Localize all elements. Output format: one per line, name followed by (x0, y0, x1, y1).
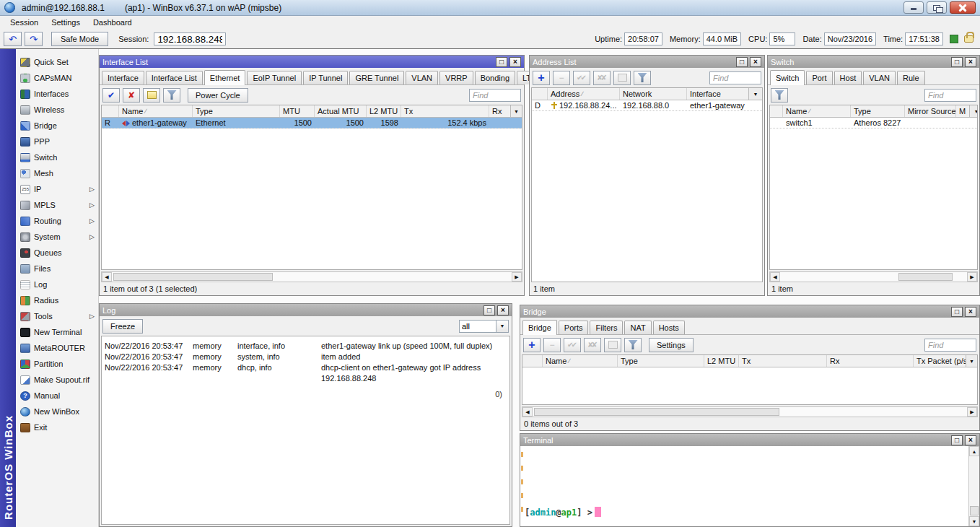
find-input[interactable] (924, 89, 976, 102)
scroll-right-icon[interactable]: ▶ (512, 272, 522, 282)
sidebar-item-routing[interactable]: Routing▷ (16, 213, 98, 229)
power-cycle-button[interactable]: Power Cycle (188, 88, 248, 103)
tab-gre-tunnel[interactable]: GRE Tunnel (349, 71, 404, 84)
session-input[interactable] (154, 32, 226, 45)
comment-button[interactable] (604, 338, 621, 352)
table-row[interactable]: R ether1-gateway Ethernet 1500 1500 1598… (102, 118, 522, 129)
scroll-up-icon[interactable]: ▲ (969, 446, 979, 456)
close-icon[interactable]: × (509, 57, 521, 67)
column-name[interactable]: Name∕ (119, 105, 193, 117)
menu-settings[interactable]: Settings (45, 16, 87, 30)
disable-button[interactable]: ✘✘ (593, 71, 611, 85)
column-type[interactable]: Type (618, 355, 704, 367)
scroll-down-icon[interactable]: ▼ (969, 516, 979, 526)
scroll-right-icon[interactable]: ▶ (967, 272, 977, 282)
close-icon[interactable]: × (965, 435, 976, 445)
find-input[interactable] (924, 339, 976, 352)
sidebar-item-make-supout[interactable]: Make Supout.rif (16, 372, 98, 388)
column-tx[interactable]: Tx (739, 355, 827, 367)
tab-nat[interactable]: NAT (624, 321, 651, 334)
tab-ethernet[interactable]: Ethernet (204, 70, 246, 85)
sidebar-item-metarouter[interactable]: MetaROUTER (16, 340, 98, 356)
sidebar-item-tools[interactable]: Tools▷ (16, 308, 98, 324)
remove-button[interactable]: − (553, 71, 570, 85)
comment-button[interactable] (613, 71, 631, 85)
tab-vrrp[interactable]: VRRP (439, 71, 473, 84)
sidebar-item-manual[interactable]: ?Manual (16, 388, 98, 404)
sidebar-item-new-terminal[interactable]: New Terminal (16, 324, 98, 340)
maximize-icon[interactable]: □ (951, 307, 963, 317)
enable-button[interactable]: ✔ (102, 88, 120, 103)
switch-titlebar[interactable]: Switch □ × (768, 56, 979, 68)
filter-button[interactable] (634, 71, 651, 85)
menu-session[interactable]: Session (4, 16, 45, 30)
column-tx-packet[interactable]: Tx Packet (p/s (914, 355, 966, 367)
maximize-icon[interactable]: □ (951, 435, 963, 445)
column-menu-button[interactable]: ▼ (510, 105, 522, 117)
log-titlebar[interactable]: Log □ × (100, 304, 512, 316)
maximize-icon[interactable]: □ (484, 305, 495, 315)
tab-ip-tunnel[interactable]: IP Tunnel (303, 71, 348, 84)
tab-bonding[interactable]: Bonding (475, 71, 515, 84)
disable-button[interactable]: ✘✘ (584, 338, 601, 352)
log-row[interactable]: Nov/22/2016 20:53:47 memory dhcp, info d… (102, 362, 509, 384)
sidebar-item-capsman[interactable]: CAPsMAN (16, 70, 98, 86)
scroll-left-icon[interactable]: ◀ (770, 272, 780, 282)
minimize-button[interactable] (904, 1, 924, 14)
log-row[interactable]: Nov/22/2016 20:53:47 memory system, info… (102, 352, 509, 362)
scroll-left-icon[interactable]: ◀ (522, 407, 533, 417)
menu-dashboard[interactable]: Dashboard (87, 16, 139, 30)
sidebar-item-log[interactable]: Log (16, 276, 98, 292)
tab-interface[interactable]: Interface (102, 71, 144, 84)
sidebar-item-ip[interactable]: 255IP▷ (16, 181, 98, 197)
add-button[interactable]: + (533, 71, 550, 85)
remove-button[interactable]: − (543, 338, 561, 352)
sidebar-item-exit[interactable]: Exit (16, 419, 98, 435)
bridge-titlebar[interactable]: Bridge □ × (520, 305, 979, 318)
close-icon[interactable]: × (750, 57, 761, 67)
tab-vlan[interactable]: VLAN (863, 71, 896, 84)
filter-button[interactable] (624, 338, 642, 352)
restore-button[interactable] (927, 1, 947, 14)
sidebar-item-files[interactable]: Files (16, 261, 98, 276)
terminal-titlebar[interactable]: Terminal □ × (520, 434, 979, 446)
sidebar-item-radius[interactable]: Radius (16, 292, 98, 308)
column-l2-mtu[interactable]: L2 MTU (367, 105, 401, 117)
undo-button[interactable]: ↶ (4, 32, 22, 46)
log-row[interactable]: Nov/22/2016 20:53:47 memory interface, i… (102, 341, 509, 352)
maximize-icon[interactable]: □ (951, 57, 963, 67)
scrollbar-thumb[interactable] (970, 506, 979, 515)
horizontal-scrollbar[interactable]: ◀ ▶ (522, 406, 978, 417)
scroll-left-icon[interactable]: ◀ (102, 272, 112, 282)
horizontal-scrollbar[interactable]: ◀ ▶ (101, 271, 522, 282)
find-input[interactable] (709, 71, 761, 84)
tab-host[interactable]: Host (834, 71, 862, 84)
column-tx[interactable]: Tx (401, 105, 489, 117)
column-rx[interactable]: Rx (489, 105, 510, 117)
column-network[interactable]: Network (620, 88, 687, 100)
column-m[interactable]: M (956, 105, 969, 117)
address-list-titlebar[interactable]: Address List □ × (530, 56, 764, 68)
log-filter-input[interactable] (459, 320, 496, 333)
column-mtu[interactable]: MTU (280, 105, 315, 117)
close-icon[interactable]: × (965, 307, 976, 317)
column-mirror-source[interactable]: Mirror Source (905, 105, 956, 117)
table-row[interactable]: switch1 Atheros 8227 (770, 118, 977, 129)
sidebar-item-bridge[interactable]: Bridge (16, 118, 98, 134)
tab-bridge[interactable]: Bridge (522, 320, 557, 335)
close-icon[interactable]: × (965, 57, 976, 67)
find-input[interactable] (469, 89, 521, 102)
sidebar-item-queues[interactable]: Queues (16, 245, 98, 261)
enable-button[interactable]: ✔✔ (573, 71, 590, 85)
safe-mode-button[interactable]: Safe Mode (51, 32, 108, 46)
tab-hosts[interactable]: Hosts (653, 321, 685, 334)
column-name[interactable]: Name∕ (543, 355, 618, 367)
column-type[interactable]: Type (851, 105, 905, 117)
column-menu-button[interactable]: ▼ (969, 105, 978, 117)
enable-button[interactable]: ✔✔ (564, 338, 581, 352)
scroll-right-icon[interactable]: ▶ (967, 407, 977, 417)
interface-list-titlebar[interactable]: Interface List □ × (100, 56, 524, 68)
disable-button[interactable]: ✘ (123, 88, 140, 103)
add-button[interactable]: + (523, 338, 541, 352)
maximize-icon[interactable]: □ (496, 57, 507, 67)
